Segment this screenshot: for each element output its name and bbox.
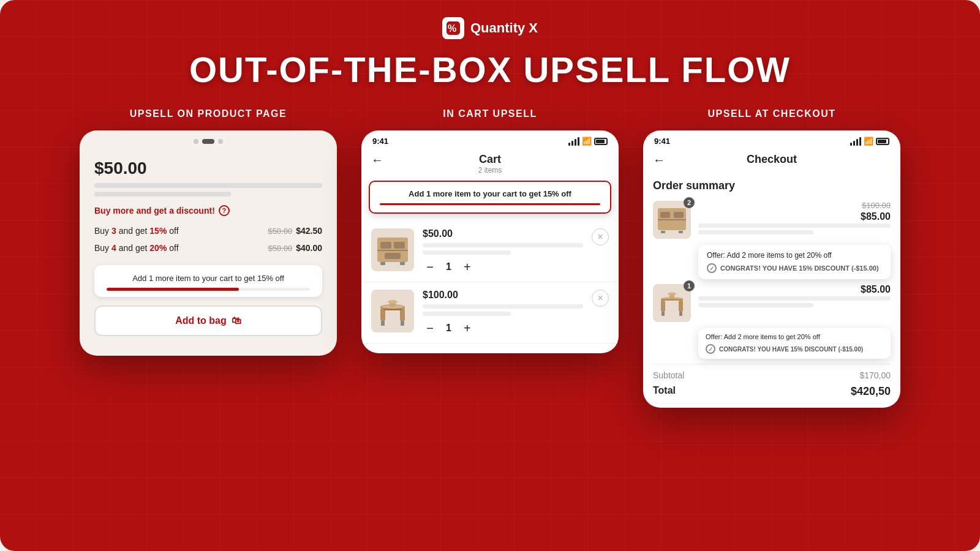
time-checkout: 9:41 <box>654 137 670 146</box>
co-orig-price-1: $100.00 <box>862 201 891 210</box>
co-new-price-2: $85.00 <box>861 284 891 295</box>
phone-frame-checkout: 9:41 📶 <box>643 130 900 408</box>
svg-rect-10 <box>380 262 385 265</box>
checkout-item-1: 2 $100.00 $85.00 <box>653 201 891 239</box>
bar2 <box>571 141 573 146</box>
item-img-1 <box>371 228 414 271</box>
back-arrow-cart[interactable]: ← <box>371 153 383 167</box>
cart-item-2: $100.00 − 1 + × <box>361 282 619 343</box>
status-icons-cart: 📶 <box>568 137 608 146</box>
cart-title: Cart <box>479 153 501 166</box>
svg-rect-26 <box>665 214 666 216</box>
co-line-4 <box>698 303 813 307</box>
checkout-new-price-row-2: $85.00 <box>698 284 891 295</box>
congrats-row-1: ✓ CONGRATS! YOU HAVE 15% DISCOUNT (-$15.… <box>707 263 882 273</box>
upsell-label: Buy more and get a discount! ? <box>94 205 322 216</box>
back-arrow-checkout[interactable]: ← <box>653 153 665 167</box>
subtotal-row: Subtotal $170,00 <box>653 364 891 383</box>
columns-container: UPSELL ON PRODUCT PAGE $50.00 Buy more a… <box>24 108 956 408</box>
qty-num-2: 1 <box>446 323 451 334</box>
product-frame: $50.00 Buy more and get a discount! ? Bu… <box>80 130 337 356</box>
co-bar4 <box>859 137 861 146</box>
wifi-icon: 📶 <box>582 137 592 146</box>
check-icon-2: ✓ <box>706 344 715 354</box>
svg-rect-7 <box>398 244 401 247</box>
bar1 <box>568 143 570 146</box>
checkout-item-2: 1 $85.00 <box>653 284 891 322</box>
dot <box>194 139 198 144</box>
co-battery-icon <box>876 138 889 145</box>
qty-minus-2[interactable]: − <box>423 321 437 335</box>
product-body: $50.00 Buy more and get a discount! ? Bu… <box>80 149 337 346</box>
status-bar-cart: 9:41 📶 <box>361 130 619 149</box>
status-bar-checkout: 9:41 📶 <box>643 130 900 149</box>
item-price-1: $50.00 <box>423 228 583 239</box>
svg-text:%: % <box>448 23 456 34</box>
cart-subtitle: 2 items <box>478 166 502 174</box>
qty-control-2: − 1 + <box>423 321 583 335</box>
item-details-2: $100.00 − 1 + <box>423 290 583 335</box>
check-icon-1: ✓ <box>707 263 717 273</box>
svg-point-21 <box>388 300 398 304</box>
column-label-product: UPSELL ON PRODUCT PAGE <box>130 108 287 119</box>
qty-badge-1: 2 <box>684 197 695 208</box>
dot <box>218 139 223 144</box>
upsell-tier-1: Buy 3 and get 15% off$50.00$42.50 <box>94 222 322 239</box>
co-bar3 <box>856 139 858 146</box>
battery-icon <box>594 138 608 145</box>
product-top-bar <box>80 130 337 149</box>
congrats-row-2: ✓ CONGRATS! YOU HAVE 15% DISCOUNT (-$15.… <box>706 344 883 354</box>
close-btn-2[interactable]: × <box>592 290 609 307</box>
svg-rect-31 <box>661 299 683 301</box>
close-btn-1[interactable]: × <box>592 228 609 246</box>
progress-text: Add 1 more item to your cart to get 15% … <box>107 274 310 283</box>
order-summary-title: Order summary <box>653 179 891 192</box>
product-price: $50.00 <box>94 159 322 178</box>
cart-item-1: $50.00 − 1 + × <box>361 221 619 282</box>
offer-tooltip-2: Offer: Add 2 more items to get 20% off ✓… <box>698 328 891 359</box>
checkout-item-details-2: $85.00 <box>698 284 891 322</box>
svg-rect-23 <box>658 219 686 220</box>
qty-num-1: 1 <box>446 261 451 272</box>
checkout-item-details-1: $100.00 $85.00 <box>698 201 891 239</box>
qty-badge-2: 1 <box>684 280 695 291</box>
add-to-bag-button[interactable]: Add to bag 🛍 <box>94 305 322 336</box>
qty-plus-2[interactable]: + <box>460 321 475 335</box>
qty-minus-1[interactable]: − <box>423 260 437 274</box>
progress-bar-container: Add 1 more item to your cart to get 15% … <box>94 265 322 297</box>
desc-line-1 <box>94 183 322 188</box>
svg-rect-18 <box>401 321 404 326</box>
logo-text: Quantity X <box>470 20 538 36</box>
checkout-title: Checkout <box>747 153 797 166</box>
qty-plus-1[interactable]: + <box>460 260 475 274</box>
column-label-checkout: UPSELL AT CHECKOUT <box>708 108 836 119</box>
cart-header: ← Cart 2 items <box>361 149 619 181</box>
co-line-1 <box>698 223 891 228</box>
svg-rect-35 <box>679 312 682 316</box>
item-line-1 <box>423 243 583 247</box>
signal-bars-co <box>850 137 861 146</box>
co-bar1 <box>850 143 852 146</box>
svg-rect-6 <box>385 244 387 247</box>
total-row: Total $420,50 <box>653 383 891 400</box>
item-details-1: $50.00 − 1 + <box>423 228 583 274</box>
offer-tooltip-1: Offer: Add 2 more items to get 20% off ✓… <box>698 245 891 279</box>
co-line-2 <box>698 230 813 234</box>
checkout-img-2: 1 <box>653 284 691 322</box>
column-cart: IN CART UPSELL 9:41 📶 <box>361 108 619 353</box>
time-cart: 9:41 <box>372 137 388 146</box>
help-icon[interactable]: ? <box>219 205 230 216</box>
svg-rect-28 <box>661 231 665 233</box>
offer-text-2: Offer: Add 2 more items to get 20% off <box>706 333 883 340</box>
svg-rect-17 <box>381 321 385 326</box>
status-icons-checkout: 📶 <box>850 137 889 146</box>
subtotal-label: Subtotal <box>653 370 684 380</box>
co-line-3 <box>698 296 891 301</box>
red-line <box>380 203 600 205</box>
logo-bar: % Quantity X <box>442 17 538 39</box>
svg-rect-27 <box>677 214 679 216</box>
column-checkout: UPSELL AT CHECKOUT 9:41 📶 <box>643 108 900 408</box>
svg-rect-33 <box>679 301 683 312</box>
svg-rect-11 <box>400 262 405 265</box>
main-title: OUT-OF-THE-BOX UPSELL FLOW <box>189 49 791 90</box>
